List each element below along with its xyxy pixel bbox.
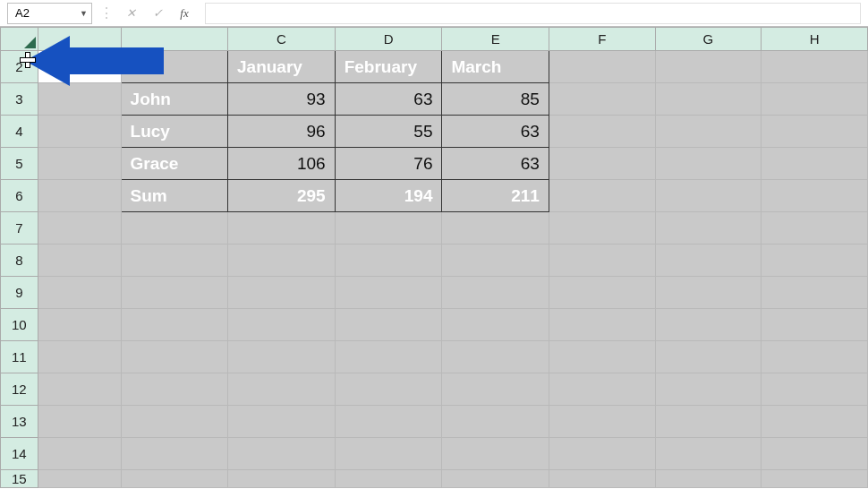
cell[interactable] [655, 244, 762, 277]
cell[interactable] [655, 148, 762, 180]
cell[interactable] [335, 277, 442, 309]
cell[interactable] [549, 438, 655, 470]
cell[interactable] [549, 83, 655, 116]
cell[interactable] [228, 406, 336, 438]
cell[interactable] [442, 438, 549, 470]
cell[interactable] [655, 83, 762, 116]
cell[interactable] [228, 470, 336, 488]
cell[interactable] [38, 212, 121, 244]
cell[interactable] [442, 470, 549, 488]
row-header-13[interactable]: 13 [1, 406, 38, 438]
cell[interactable] [121, 51, 227, 83]
cell[interactable] [762, 148, 868, 180]
cell[interactable] [38, 309, 121, 341]
cell[interactable] [335, 406, 442, 438]
cell[interactable] [335, 244, 442, 277]
table-value[interactable]: 76 [335, 148, 442, 180]
table-row-label[interactable]: Lucy [121, 116, 227, 148]
cell[interactable] [228, 277, 336, 309]
cell[interactable] [655, 212, 762, 244]
cell[interactable] [655, 406, 762, 438]
table-header-month[interactable]: March [442, 51, 549, 83]
name-box[interactable]: A2 ▼ [7, 3, 92, 24]
row-header-10[interactable]: 10 [1, 309, 38, 341]
row-header-6[interactable]: 6 [1, 180, 38, 212]
formula-input[interactable] [205, 3, 861, 24]
cell[interactable] [335, 470, 442, 488]
cell[interactable] [655, 277, 762, 309]
cell[interactable] [655, 51, 762, 83]
cell[interactable] [762, 244, 868, 277]
cell[interactable] [228, 438, 336, 470]
row-header-14[interactable]: 14 [1, 438, 38, 470]
cell[interactable] [228, 373, 336, 406]
cell[interactable] [762, 83, 868, 116]
table-row-label[interactable]: John [121, 83, 227, 116]
cell[interactable] [228, 341, 336, 373]
select-all-corner[interactable] [1, 28, 38, 51]
cell[interactable] [38, 244, 121, 277]
cell[interactable] [442, 309, 549, 341]
cell[interactable] [549, 180, 655, 212]
cell[interactable] [549, 148, 655, 180]
cell[interactable] [121, 244, 227, 277]
table-value[interactable]: 63 [442, 116, 549, 148]
cell[interactable] [38, 470, 121, 488]
fx-icon[interactable]: fx [174, 4, 194, 23]
cell[interactable] [762, 341, 868, 373]
cell[interactable] [38, 148, 121, 180]
cell[interactable] [655, 309, 762, 341]
column-header-c[interactable]: C [228, 28, 336, 51]
cell[interactable] [38, 180, 121, 212]
cell[interactable] [121, 309, 227, 341]
cell[interactable] [442, 341, 549, 373]
cell[interactable] [549, 373, 655, 406]
cell[interactable] [762, 277, 868, 309]
cell[interactable] [335, 212, 442, 244]
cell[interactable] [228, 244, 336, 277]
cell[interactable] [762, 212, 868, 244]
table-value[interactable]: 55 [335, 116, 442, 148]
cell[interactable] [549, 116, 655, 148]
cell[interactable] [762, 116, 868, 148]
cell[interactable] [335, 373, 442, 406]
cell[interactable] [549, 51, 655, 83]
table-value[interactable]: 106 [228, 148, 336, 180]
cell[interactable] [121, 470, 227, 488]
cell[interactable] [442, 277, 549, 309]
row-header-5[interactable]: 5 [1, 148, 38, 180]
row-header-8[interactable]: 8 [1, 244, 38, 277]
column-header-h[interactable]: H [762, 28, 868, 51]
column-header-f[interactable]: F [549, 28, 655, 51]
cell[interactable] [121, 212, 227, 244]
cell[interactable] [38, 51, 121, 83]
table-row-label[interactable]: Grace [121, 148, 227, 180]
cell[interactable] [549, 341, 655, 373]
cell[interactable] [335, 341, 442, 373]
column-header-e[interactable]: E [442, 28, 549, 51]
cell[interactable] [442, 406, 549, 438]
cell[interactable] [121, 406, 227, 438]
cell[interactable] [38, 277, 121, 309]
table-value[interactable]: 63 [442, 148, 549, 180]
cell[interactable] [228, 212, 336, 244]
cell[interactable] [228, 309, 336, 341]
cell[interactable] [655, 373, 762, 406]
cell[interactable] [121, 277, 227, 309]
table-sum-label[interactable]: Sum [121, 180, 227, 212]
cell[interactable] [655, 116, 762, 148]
column-header-b[interactable] [121, 28, 227, 51]
row-header-15[interactable]: 15 [1, 470, 38, 488]
cell[interactable] [655, 180, 762, 212]
cell[interactable] [762, 406, 868, 438]
cell[interactable] [549, 212, 655, 244]
cell[interactable] [38, 406, 121, 438]
cell[interactable] [549, 277, 655, 309]
column-header-a[interactable] [38, 28, 121, 51]
table-value[interactable]: 96 [228, 116, 336, 148]
spreadsheet-grid[interactable]: C D E F G H 2 January February March 3 J… [0, 27, 868, 488]
cell[interactable] [655, 470, 762, 488]
row-header-11[interactable]: 11 [1, 341, 38, 373]
cell[interactable] [762, 470, 868, 488]
cell[interactable] [121, 373, 227, 406]
